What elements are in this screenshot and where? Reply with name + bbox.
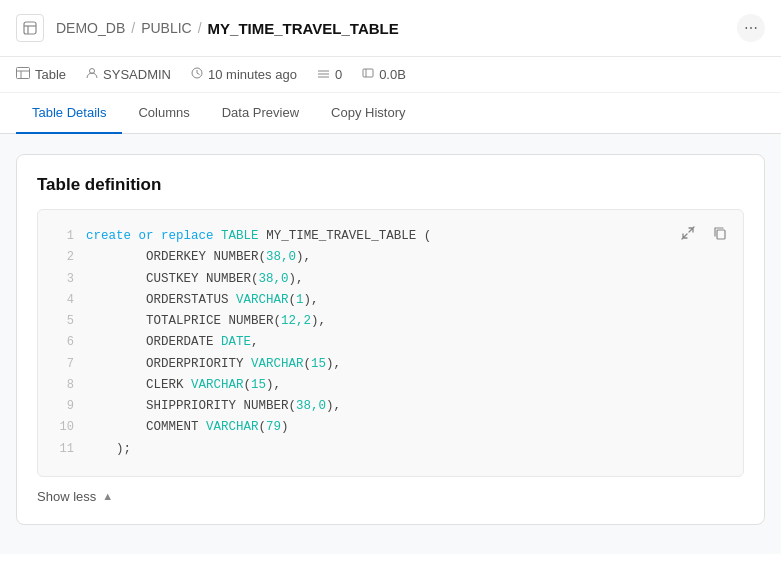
meta-bar: Table SYSADMIN 10 minutes ago [0, 57, 781, 93]
clock-icon [191, 67, 203, 82]
meta-time: 10 minutes ago [191, 67, 297, 82]
meta-type-label: Table [35, 67, 66, 82]
meta-time-label: 10 minutes ago [208, 67, 297, 82]
code-line: 6 ORDERDATE DATE, [54, 332, 727, 353]
meta-size: 0.0B [362, 67, 406, 82]
code-line: 5 TOTALPRICE NUMBER(12,2), [54, 311, 727, 332]
tab-copy-history[interactable]: Copy History [315, 93, 421, 134]
svg-rect-15 [717, 230, 725, 239]
breadcrumb-db: DEMO_DB [56, 20, 125, 36]
svg-rect-13 [363, 69, 373, 77]
code-line: 7 ORDERPRIORITY VARCHAR(15), [54, 354, 727, 375]
tab-bar: Table Details Columns Data Preview Copy … [0, 93, 781, 134]
code-line: 2 ORDERKEY NUMBER(38,0), [54, 247, 727, 268]
code-line: 3 CUSTKEY NUMBER(38,0), [54, 269, 727, 290]
header-actions: ⋯ [737, 14, 765, 42]
more-options-button[interactable]: ⋯ [737, 14, 765, 42]
rows-icon [317, 67, 330, 82]
meta-rows-label: 0 [335, 67, 342, 82]
breadcrumb-schema: PUBLIC [141, 20, 192, 36]
show-less-label: Show less [37, 489, 96, 504]
meta-size-label: 0.0B [379, 67, 406, 82]
owner-icon [86, 67, 98, 82]
meta-owner-label: SYSADMIN [103, 67, 171, 82]
svg-rect-0 [24, 22, 36, 34]
show-less-button[interactable]: Show less ▲ [37, 489, 744, 504]
meta-rows: 0 [317, 67, 342, 82]
definition-card: Table definition 1 create or r [16, 154, 765, 525]
code-line: 8 CLERK VARCHAR(15), [54, 375, 727, 396]
code-actions [675, 220, 733, 246]
code-line: 9 SHIPPRIORITY NUMBER(38,0), [54, 396, 727, 417]
code-line: 10 COMMENT VARCHAR(79) [54, 417, 727, 438]
breadcrumb-sep2: / [198, 20, 202, 36]
tab-columns[interactable]: Columns [122, 93, 205, 134]
table-db-icon [16, 14, 44, 42]
top-header: DEMO_DB / PUBLIC / MY_TIME_TRAVEL_TABLE … [0, 0, 781, 57]
breadcrumb: DEMO_DB / PUBLIC / MY_TIME_TRAVEL_TABLE [16, 14, 399, 42]
svg-rect-3 [17, 68, 30, 79]
expand-code-button[interactable] [675, 220, 701, 246]
table-type-icon [16, 67, 30, 82]
breadcrumb-sep1: / [131, 20, 135, 36]
main-content: Table definition 1 create or r [0, 134, 781, 554]
copy-code-button[interactable] [707, 220, 733, 246]
code-line: 1 create or replace TABLE MY_TIME_TRAVEL… [54, 226, 727, 247]
definition-title: Table definition [37, 175, 744, 195]
size-icon [362, 67, 374, 82]
chevron-up-icon: ▲ [102, 490, 113, 502]
tab-data-preview[interactable]: Data Preview [206, 93, 315, 134]
meta-type: Table [16, 67, 66, 82]
meta-owner: SYSADMIN [86, 67, 171, 82]
code-line: 11 ); [54, 439, 727, 460]
code-block: 1 create or replace TABLE MY_TIME_TRAVEL… [37, 209, 744, 477]
svg-line-9 [197, 73, 200, 75]
breadcrumb-table: MY_TIME_TRAVEL_TABLE [208, 20, 399, 37]
tab-table-details[interactable]: Table Details [16, 93, 122, 134]
code-line: 4 ORDERSTATUS VARCHAR(1), [54, 290, 727, 311]
